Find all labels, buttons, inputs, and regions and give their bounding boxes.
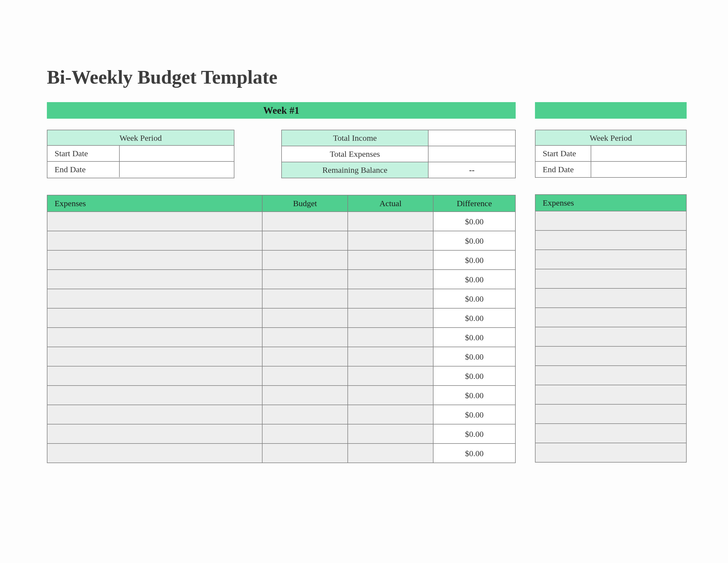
table-row: $0.00: [47, 385, 515, 405]
difference-cell: $0.00: [433, 367, 515, 385]
table-row: $0.00: [47, 289, 515, 308]
week2-col-expenses: Expenses: [536, 195, 686, 211]
week1-start-date-input[interactable]: [119, 146, 234, 161]
week2-period-header: Week Period: [536, 130, 686, 146]
expense-name-cell[interactable]: [47, 444, 263, 463]
budget-cell[interactable]: [263, 309, 348, 327]
week1-banner: Week #1: [47, 102, 516, 119]
expense-name-cell[interactable]: [536, 289, 686, 308]
expense-name-cell[interactable]: [536, 347, 686, 366]
budget-cell[interactable]: [263, 405, 348, 424]
actual-cell[interactable]: [348, 231, 433, 250]
expense-name-cell[interactable]: [47, 270, 263, 289]
budget-cell[interactable]: [263, 289, 348, 308]
difference-cell: $0.00: [433, 250, 515, 269]
week1-col-expenses: Expenses: [47, 195, 263, 211]
week1-end-date-input[interactable]: [119, 162, 234, 177]
week1-col-actual: Actual: [348, 195, 433, 211]
budget-cell[interactable]: [263, 212, 348, 231]
table-row: $0.00: [47, 231, 515, 250]
expense-name-cell[interactable]: [536, 385, 686, 404]
expense-name-cell[interactable]: [47, 309, 263, 327]
difference-cell: $0.00: [433, 444, 515, 463]
expense-name-cell[interactable]: [47, 367, 263, 385]
week2-expenses-table: Expenses: [535, 194, 687, 463]
table-row: [536, 308, 686, 327]
table-row: [536, 346, 686, 366]
table-row: [536, 327, 686, 346]
actual-cell[interactable]: [348, 328, 433, 347]
week1-totals-box: Total Income Total Expenses Remaining Ba…: [281, 130, 516, 178]
actual-cell[interactable]: [348, 250, 433, 269]
table-row: [536, 249, 686, 269]
week2-start-date-input[interactable]: [591, 146, 686, 161]
difference-cell: $0.00: [433, 289, 515, 308]
budget-cell[interactable]: [263, 231, 348, 250]
table-row: $0.00: [47, 269, 515, 289]
actual-cell[interactable]: [348, 347, 433, 366]
difference-cell: $0.00: [433, 309, 515, 327]
table-row: [536, 366, 686, 385]
expense-name-cell[interactable]: [536, 211, 686, 230]
budget-cell[interactable]: [263, 347, 348, 366]
expense-name-cell[interactable]: [536, 250, 686, 269]
actual-cell[interactable]: [348, 386, 433, 405]
table-row: $0.00: [47, 250, 515, 269]
difference-cell: $0.00: [433, 425, 515, 443]
week1-column: Week #1 Week Period Start Date End Date: [47, 102, 516, 463]
expense-name-cell[interactable]: [536, 366, 686, 385]
expense-name-cell[interactable]: [536, 231, 686, 249]
week1-remaining-balance-value: --: [428, 162, 515, 178]
expense-name-cell[interactable]: [47, 405, 263, 424]
actual-cell[interactable]: [348, 289, 433, 308]
budget-cell[interactable]: [263, 270, 348, 289]
table-row: [536, 230, 686, 249]
actual-cell[interactable]: [348, 444, 433, 463]
budget-cell[interactable]: [263, 425, 348, 443]
actual-cell[interactable]: [348, 270, 433, 289]
week2-start-date-label: Start Date: [536, 146, 591, 161]
expense-name-cell[interactable]: [536, 405, 686, 423]
week2-period-box: Week Period Start Date End Date: [535, 130, 687, 178]
expense-name-cell[interactable]: [47, 212, 263, 231]
budget-cell[interactable]: [263, 367, 348, 385]
difference-cell: $0.00: [433, 328, 515, 347]
expense-name-cell[interactable]: [47, 289, 263, 308]
expense-name-cell[interactable]: [536, 308, 686, 327]
actual-cell[interactable]: [348, 405, 433, 424]
expense-name-cell[interactable]: [47, 386, 263, 405]
expense-name-cell[interactable]: [536, 269, 686, 288]
expense-name-cell[interactable]: [536, 327, 686, 346]
actual-cell[interactable]: [348, 425, 433, 443]
budget-cell[interactable]: [263, 328, 348, 347]
week1-total-income-label: Total Income: [282, 130, 428, 146]
week2-end-date-input[interactable]: [591, 162, 686, 177]
expense-name-cell[interactable]: [536, 443, 686, 462]
actual-cell[interactable]: [348, 367, 433, 385]
expense-name-cell[interactable]: [47, 250, 263, 269]
actual-cell[interactable]: [348, 309, 433, 327]
week1-start-date-label: Start Date: [47, 146, 119, 161]
difference-cell: $0.00: [433, 212, 515, 231]
week2-column: Week Period Start Date End Date Expenses: [535, 102, 687, 463]
budget-cell[interactable]: [263, 444, 348, 463]
budget-cell[interactable]: [263, 250, 348, 269]
week1-total-income-value[interactable]: [428, 130, 515, 146]
actual-cell[interactable]: [348, 212, 433, 231]
week1-end-date-label: End Date: [47, 162, 119, 177]
table-row: [536, 443, 686, 462]
table-row: $0.00: [47, 347, 515, 366]
expense-name-cell[interactable]: [47, 425, 263, 443]
table-row: [536, 423, 686, 443]
table-row: $0.00: [47, 443, 515, 463]
expense-name-cell[interactable]: [536, 424, 686, 443]
expense-name-cell[interactable]: [47, 347, 263, 366]
budget-cell[interactable]: [263, 386, 348, 405]
expense-name-cell[interactable]: [47, 328, 263, 347]
table-row: [536, 288, 686, 308]
table-row: $0.00: [47, 327, 515, 347]
expense-name-cell[interactable]: [47, 231, 263, 250]
week1-period-box: Week Period Start Date End Date: [47, 130, 234, 178]
table-row: [536, 404, 686, 423]
week1-total-expenses-label: Total Expenses: [282, 146, 428, 162]
